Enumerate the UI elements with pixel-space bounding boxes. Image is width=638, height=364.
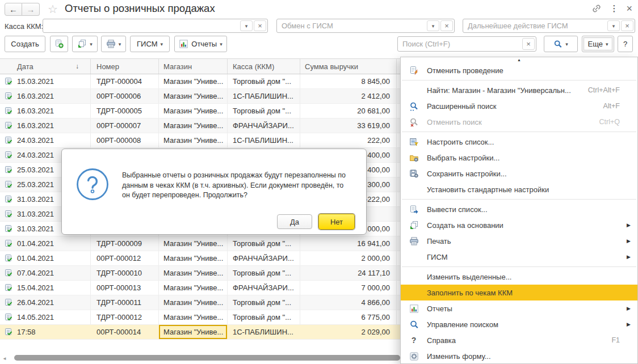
help-button[interactable]: ? [618,36,633,52]
cell-number[interactable]: 00РТ-000013 [91,281,159,295]
cell-number[interactable]: ТДРТ-000011 [91,295,159,310]
horizontal-scrollbar-thumb[interactable] [14,355,400,361]
column-header-number[interactable]: Номер [91,59,159,74]
menu-item[interactable]: Вывести список... [401,201,637,217]
gism-exchange-input[interactable] [277,19,427,32]
column-header-kassa[interactable]: Касса (ККМ) [228,59,300,74]
cell-number[interactable]: ТДРТ-000009 [91,236,159,251]
cell-kassa[interactable]: Торговый дом "... [228,310,300,324]
cell-store[interactable]: Магазин "Униве... [159,236,228,251]
menu-item[interactable]: Изменить форму... [401,348,637,364]
cell-store[interactable]: Магазин "Униве... [159,281,228,295]
menu-item[interactable]: Печать ▶ [401,233,637,249]
table-row[interactable]: 14.05.2021 ТДРТ-000012 Магазин "Униве...… [0,310,400,325]
cell-kassa[interactable]: Торговый дом "... [228,266,300,280]
cell-store[interactable]: Магазин "Униве... [159,310,228,324]
cell-store[interactable]: Магазин "Униве... [159,74,228,88]
menu-item[interactable]: Сохранить настройки... [401,166,637,181]
table-row[interactable]: 16.03.2021 ТДРТ-000005 Магазин "Униве...… [0,104,400,118]
cell-number[interactable]: ТДРТ-000005 [91,104,159,118]
cell-kassa[interactable]: ФРАНЧАЙЗАРИ... [228,251,300,265]
cell-date[interactable]: 01.04.2021 [0,236,91,251]
cell-store[interactable]: Магазин "Униве... [159,325,228,339]
search-button[interactable]: ▾ [544,36,578,52]
table-row[interactable]: 01.04.2021 00РТ-000012 Магазин "Униве...… [0,251,400,266]
cell-kassa[interactable]: Торговый дом "... [228,104,300,118]
table-row[interactable]: 24.03.2021 00РТ-000008 Магазин "Униве...… [0,133,400,148]
table-row[interactable]: 15.04.2021 00РТ-000013 Магазин "Униве...… [0,281,400,295]
yes-button[interactable]: Да [277,214,312,229]
cell-date[interactable]: 16.03.2021 [0,104,91,118]
column-header-store[interactable]: Магазин [159,59,228,74]
clear-icon[interactable]: × [621,20,633,31]
create-new-document-button[interactable] [50,36,68,52]
clear-search-icon[interactable]: × [522,38,535,50]
clear-icon[interactable]: × [440,20,453,31]
cell-sum[interactable]: 2 412,00 [300,89,397,103]
cell-store[interactable]: Магазин "Униве... [159,118,228,133]
table-row[interactable]: 26.04.2021 ТДРТ-000011 Магазин "Униве...… [0,295,400,310]
menu-item[interactable]: Настроить список... [401,134,637,150]
favorite-star-icon[interactable]: ☆ [48,2,58,16]
cell-store[interactable]: Магазин "Униве... [159,295,228,310]
cell-number[interactable]: 00РТ-000012 [91,251,159,265]
print-button[interactable]: ▾ [101,36,126,52]
forward-button[interactable]: → [22,3,40,16]
cell-kassa[interactable]: 1С-ПАБЛИШИН... [228,325,300,339]
menu-item[interactable]: Найти: Магазин - Магазин "Универсальн...… [401,82,637,98]
cell-date[interactable]: 01.04.2021 [0,251,91,265]
menu-item[interactable]: Расширенный поиск Alt+F [401,98,637,114]
cell-sum[interactable]: 20 681,00 [300,104,397,118]
cell-sum[interactable]: 6 775,00 [300,310,397,324]
cell-number[interactable]: 00РТ-000014 [91,325,159,339]
table-row[interactable]: 16.03.2021 00РТ-000007 Магазин "Униве...… [0,118,400,133]
link-icon[interactable] [591,3,602,14]
cell-kassa[interactable]: 1С-ПАБЛИШИН... [228,89,300,103]
menu-item[interactable]: Выбрать настройки... [401,150,637,166]
cell-number[interactable]: 00РТ-000007 [91,118,159,133]
cell-kassa[interactable]: Торговый дом "... [228,236,300,251]
copy-button[interactable]: ▾ [72,36,98,52]
cell-date[interactable]: 14.05.2021 [0,310,91,324]
cell-kassa[interactable]: Торговый дом "... [228,74,300,88]
cell-sum[interactable]: 16 941,00 [300,236,397,251]
menu-item[interactable]: Изменить выделенные... [401,269,637,285]
cell-date[interactable]: 17:58 [0,325,91,339]
column-header-sum[interactable]: Сумма выручки [300,59,397,74]
dropdown-icon[interactable]: ▾ [607,20,620,31]
cell-sum[interactable]: 7 000,00 [300,281,397,295]
cell-sum[interactable]: 2 000,00 [300,251,397,265]
menu-item[interactable]: Управление поиском ▶ [401,316,637,332]
gism-menu-button[interactable]: ГИСМ▾ [130,36,170,52]
menu-item[interactable]: ГИСМ ▶ [401,249,637,265]
cell-store[interactable]: Магазин "Униве... [159,104,228,118]
cell-date[interactable]: 15.04.2021 [0,281,91,295]
back-button[interactable]: ← [5,3,22,16]
cell-date[interactable]: 16.03.2021 [0,118,91,133]
cell-number[interactable]: ТДРТ-000010 [91,266,159,280]
cell-kassa[interactable]: Торговый дом "... [228,295,300,310]
table-row[interactable]: 07.04.2021 ТДРТ-000010 Магазин "Униве...… [0,266,400,281]
table-row[interactable]: 16.03.2021 00РТ-000006 Магазин "Униве...… [0,89,400,104]
cell-sum[interactable]: 24 117,10 [300,266,397,280]
close-icon[interactable]: × [626,5,632,12]
cell-sum[interactable]: 222,00 [300,133,397,147]
cell-kassa[interactable]: ФРАНЧАЙЗАРИ... [228,118,300,133]
search-input[interactable] [398,37,522,51]
menu-item[interactable]: Создать на основании ▶ [401,217,637,233]
create-button[interactable]: Создать [5,36,45,52]
cell-date[interactable]: 07.04.2021 [0,266,91,280]
cell-number[interactable]: 00РТ-000008 [91,133,159,147]
table-row[interactable]: 01.04.2021 ТДРТ-000009 Магазин "Униве...… [0,236,400,251]
dropdown-icon[interactable]: ▾ [240,20,253,31]
cell-sum[interactable]: 4 866,00 [300,295,397,310]
reports-menu-button[interactable]: Отчеты▾ [174,36,227,52]
clear-icon[interactable]: × [254,20,266,31]
cell-number[interactable]: ТДРТ-000012 [91,310,159,324]
menu-item[interactable]: Отчеты ▶ [401,300,637,316]
menu-item[interactable]: Установить стандартные настройки [401,181,637,197]
cell-store[interactable]: Магазин "Униве... [159,251,228,265]
menu-item[interactable]: ? Справка F1 [401,332,637,348]
cell-sum[interactable]: 33 619,00 [300,118,397,133]
cell-store[interactable]: Магазин "Униве... [159,266,228,280]
